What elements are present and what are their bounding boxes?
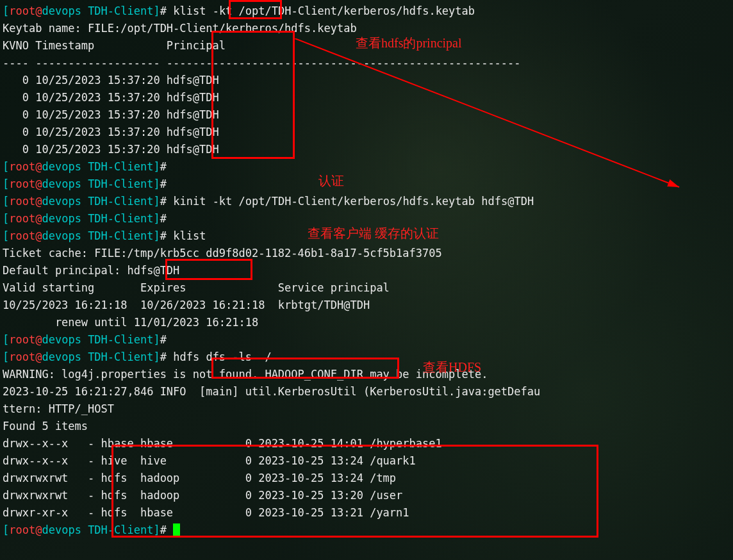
empty-prompt: [root@devops TDH-Client]# [3,331,730,349]
klist-line: [root@devops TDH-Client]# klist [3,227,730,245]
default-principal: Default principal: hdfs@TDH [3,262,730,279]
kvno-row: 0 10/25/2023 15:37:20 hdfs@TDH [3,89,730,106]
dashes: ---- ------------------- ---------------… [3,54,730,72]
ttern: ttern: HTTP/_HOST [3,400,730,418]
ticket-cache: Ticket cache: FILE:/tmp/krb5cc_dd9f8d02-… [3,245,730,262]
ls-row: drwxr-xr-x - hdfs hbase 0 2023-10-25 13:… [3,504,730,522]
ls-row: drwx--x--x - hbase hbase 0 2023-10-25 14… [3,435,730,452]
found: Found 5 items [3,418,730,435]
renew-row: renew until 11/01/2023 16:21:18 [3,314,730,331]
keytab-name: Keytab name: FILE:/opt/TDH-Client/kerber… [3,20,730,37]
kvno-row: 0 10/25/2023 15:37:20 hdfs@TDH [3,106,730,124]
ls-row: drwxrwxrwt - hdfs hadoop 0 2023-10-25 13… [3,487,730,504]
kvno-row: 0 10/25/2023 15:37:20 hdfs@TDH [3,124,730,141]
cursor-icon [173,523,180,538]
cmd-kinit: kinit -kt /opt/TDH-Client/kerberos/hdfs.… [173,195,534,208]
kvno-row: 0 10/25/2023 15:37:20 hdfs@TDH [3,72,730,89]
warn: WARNING: log4j.properties is not found. … [3,366,730,383]
cmd-hdfs: hdfs dfs -ls / [173,350,272,363]
final-prompt[interactable]: [root@devops TDH-Client]# [3,522,730,539]
empty-prompt: [root@devops TDH-Client]# [3,210,730,227]
hdfs-line: [root@devops TDH-Client]# hdfs dfs -ls / [3,349,730,366]
line-1: [root@devops TDH-Client]# klist -kt /opt… [3,3,730,20]
valid-header: Valid starting Expires Service principal [3,279,730,297]
empty-prompt: [root@devops TDH-Client]# [3,158,730,176]
cmd-klist: klist [173,229,206,242]
kinit-line: [root@devops TDH-Client]# kinit -kt /opt… [3,193,730,210]
cmd-klist-kt: klist -kt /opt/TDH-Client/kerberos/hdfs.… [173,4,475,17]
info: 2023-10-25 16:21:27,846 INFO [main] util… [3,383,730,400]
ls-row: drwx--x--x - hive hive 0 2023-10-25 13:2… [3,452,730,470]
kvno-row: 0 10/25/2023 15:37:20 hdfs@TDH [3,141,730,158]
empty-prompt: [root@devops TDH-Client]# [3,176,730,193]
valid-row: 10/25/2023 16:21:18 10/26/2023 16:21:18 … [3,297,730,314]
ls-row: drwxrwxrwt - hdfs hadoop 0 2023-10-25 13… [3,470,730,487]
kvno-header: KVNO Timestamp Principal [3,37,730,54]
